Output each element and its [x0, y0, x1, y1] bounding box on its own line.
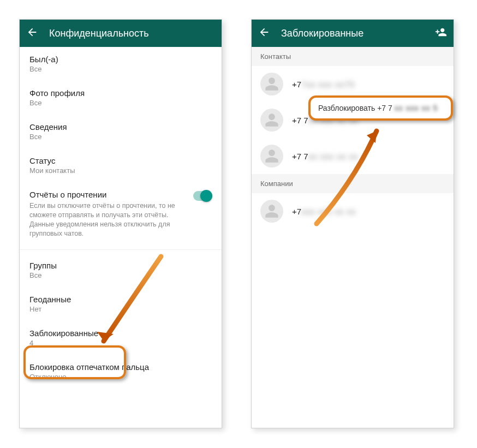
item-label: Блокировка отпечатком пальца — [29, 362, 212, 372]
appbar-privacy: Конфиденциальность — [20, 20, 222, 47]
item-sub: Мои контакты — [29, 166, 212, 175]
read-receipts-switch[interactable] — [193, 191, 212, 201]
item-sub: Все — [29, 133, 212, 141]
item-desc: Если вы отключите отчёты о прочтении, то… — [29, 201, 188, 238]
item-last-seen[interactable]: Был(-а) Все — [20, 47, 222, 81]
back-icon[interactable] — [26, 26, 38, 40]
contact-number: +7 7xx xxx xx xx — [292, 116, 359, 125]
item-label: Был(-а) — [29, 55, 212, 64]
contact-number: +7 7xx xxx xx xx — [292, 152, 359, 161]
avatar-icon — [260, 145, 283, 168]
item-sub: 4 — [29, 339, 212, 347]
item-profile-photo[interactable]: Фото профиля Все — [20, 81, 222, 115]
add-person-icon[interactable] — [435, 26, 447, 40]
item-label: Статус — [29, 156, 212, 165]
item-sub: Все — [29, 65, 212, 73]
blocked-contact-row[interactable]: +7 7xx xxx xx xx — [252, 138, 454, 174]
divider — [20, 249, 222, 250]
item-label: Сведения — [29, 122, 212, 132]
blocked-screen: Заблокированные Контакты +77xx xxx xx75 … — [251, 19, 454, 428]
unblock-masked-number: xx xxx xx 5 — [395, 104, 438, 112]
item-sub: Все — [29, 99, 212, 107]
item-label: Фото профиля — [29, 88, 212, 98]
item-status[interactable]: Статус Мои контакты — [20, 148, 222, 182]
unblock-action-text: Разблокировать +7 7 — [318, 104, 392, 112]
privacy-screen: Конфиденциальность Был(-а) Все Фото проф… — [19, 19, 222, 428]
contact-number: +77xx xxx xx75 — [292, 80, 355, 89]
section-contacts: Контакты — [252, 47, 454, 66]
avatar-icon — [260, 200, 283, 223]
item-live-location[interactable]: Геоданные Нет — [20, 287, 222, 321]
blocked-contact-row[interactable]: +77xx xxx xx75 — [252, 66, 454, 102]
item-label: Геоданные — [29, 295, 212, 304]
item-fingerprint-lock[interactable]: Блокировка отпечатком пальца Отключено — [20, 355, 222, 389]
appbar-blocked: Заблокированные — [252, 20, 454, 47]
privacy-list: Был(-а) Все Фото профиля Все Сведения Вс… — [20, 47, 222, 389]
item-label: Отчёты о прочтении — [29, 190, 193, 199]
item-label: Заблокированные — [29, 328, 212, 338]
item-about[interactable]: Сведения Все — [20, 115, 222, 148]
avatar-icon — [260, 73, 283, 95]
item-sub: Отключено — [29, 373, 212, 381]
item-sub: Нет — [29, 305, 212, 313]
item-blocked[interactable]: Заблокированные 4 — [20, 321, 222, 355]
blocked-company-row[interactable]: +7xxx xxx xx xx — [252, 193, 454, 229]
item-sub: Все — [29, 271, 212, 279]
appbar-title: Конфиденциальность — [49, 28, 215, 39]
item-groups[interactable]: Группы Все — [20, 253, 222, 287]
company-number: +7xxx xxx xx xx — [292, 207, 356, 216]
item-read-receipts[interactable]: Отчёты о прочтении Если вы отключите отч… — [20, 182, 222, 246]
back-icon[interactable] — [258, 26, 270, 40]
appbar-title: Заблокированные — [281, 28, 424, 39]
section-companies: Компании — [252, 174, 454, 193]
item-label: Группы — [29, 261, 212, 270]
avatar-icon — [260, 109, 283, 132]
